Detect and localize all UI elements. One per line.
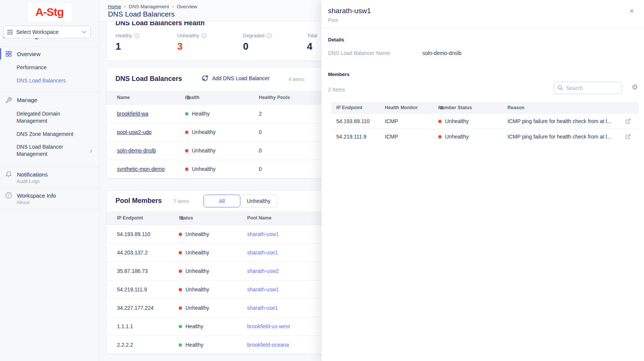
lb-name-link[interactable]: soln-demo-dnslb: [117, 148, 156, 154]
sort-icon[interactable]: ⇅: [187, 95, 190, 101]
pool-name-link[interactable]: brookfield-us-west: [247, 323, 290, 329]
status-dot: [185, 131, 188, 134]
filter-unhealthy-button[interactable]: Unhealthy: [240, 195, 277, 207]
sidebar-item-workspace-info[interactable]: Workspace Info: [0, 188, 99, 200]
status-dot: [179, 288, 182, 291]
health-label: Unhealthy: [192, 129, 216, 135]
stat-degraded-label: Degraded: [243, 33, 264, 38]
ip-endpoint: 1.1.1.1: [117, 323, 133, 329]
ip-endpoint: 54.193.89.110: [336, 118, 370, 124]
status-dot: [179, 270, 182, 273]
status-dot: [438, 120, 442, 123]
health-monitor: ICMP: [385, 118, 398, 124]
status-dot: [185, 149, 188, 152]
breadcrumb-section[interactable]: DNS Management: [129, 4, 169, 9]
status-label: Unhealthy: [445, 134, 469, 140]
sidebar-item-overview[interactable]: Overview: [0, 47, 99, 61]
status-filter: All Unhealthy: [204, 195, 277, 207]
health-cell: Unhealthy: [185, 148, 216, 154]
status-label: Unhealthy: [445, 118, 469, 124]
detail-label: DNS Load Balancer Name: [328, 50, 390, 56]
external-link-icon[interactable]: [625, 134, 631, 140]
reason-text: ICMP ping failure for health check from …: [507, 118, 611, 124]
breadcrumb-page[interactable]: Overview: [177, 4, 197, 9]
lb-name-link[interactable]: brookfield-wa: [117, 111, 148, 117]
page-title: DNS Load Balancers: [108, 10, 175, 18]
stat-healthy-label: Healthy: [115, 33, 132, 38]
sidebar-item-notifications[interactable]: Notifications: [0, 167, 99, 178]
external-link-icon[interactable]: [625, 119, 631, 124]
gear-icon[interactable]: ⚙: [632, 83, 638, 91]
healthy-pools-value: 0: [259, 129, 262, 135]
detail-value: soln-demo-dnslb: [422, 50, 462, 56]
lb-name-link[interactable]: pool-usw2-udp: [117, 129, 152, 135]
sidebar-item-lb-management[interactable]: DNS Load Balancer Management: [0, 140, 79, 161]
add-dns-load-balancer-button[interactable]: Add DNS Load Balancer: [202, 75, 270, 82]
status-dot: [179, 306, 182, 310]
members-search[interactable]: [554, 82, 622, 94]
info-icon[interactable]: i: [202, 33, 207, 38]
filter-all-button[interactable]: All: [204, 195, 240, 207]
sidebar-item-notifications-label: Notifications: [17, 171, 48, 178]
add-load-balancer-icon: [202, 75, 209, 82]
info-icon[interactable]: i: [267, 33, 272, 38]
app-logo-text: A-Stg: [35, 6, 64, 18]
lb-card-title: DNS Load Balancers: [115, 75, 182, 83]
details-heading: Details: [328, 37, 344, 43]
sidebar-item-manage[interactable]: Manage: [0, 93, 99, 107]
pool-name-link[interactable]: sharath-use1: [247, 250, 278, 256]
sidebar-item-audit-logs[interactable]: Audit Logs: [0, 178, 99, 188]
ip-endpoint: 54.193.89.110: [117, 231, 150, 237]
pool-name-link[interactable]: brookfield-oceana: [247, 342, 289, 348]
stat-unhealthy-label: Unhealthy: [177, 33, 199, 38]
drawer-header: sharath-usw1 Pool ✕: [322, 0, 644, 28]
pool-name-link[interactable]: sharath-usw1: [247, 286, 279, 292]
reason-text: ICMP ping failure for health check from …: [507, 134, 611, 140]
status-label: Unhealthy: [185, 305, 209, 311]
pool-name-link[interactable]: sharath-usw2: [247, 268, 279, 274]
pool-name-link[interactable]: sharath-use1: [247, 305, 278, 311]
sidebar-item-delegated-domain[interactable]: Delegated Domain Management: [0, 107, 79, 128]
healthy-pools-value: 2: [259, 111, 262, 117]
sidebar: A-Stg Select Workspace DNS Management: [0, 0, 99, 361]
stat-unhealthy: Unhealthyi 3: [177, 33, 207, 52]
sidebar-item-dns-load-balancers[interactable]: DNS Load Balancers: [0, 74, 99, 87]
members-table-header: IP Endpoint Health Monitor Member Status…: [331, 102, 639, 113]
sidebar-item-performance[interactable]: Performance: [0, 61, 99, 74]
status-dot: [179, 325, 182, 328]
status-cell: Unhealthy: [438, 118, 469, 124]
ip-endpoint: 34.227.177.224: [117, 305, 153, 311]
drawer-subtitle: Pool: [328, 17, 338, 23]
ip-endpoint: 35.87.186.73: [117, 268, 148, 274]
close-icon[interactable]: ✕: [629, 8, 634, 15]
chevron-down-icon: [82, 30, 87, 34]
grid-icon: [5, 50, 12, 57]
pool-members-title: Pool Members: [115, 197, 162, 205]
ip-endpoint: 44.203.137.2: [117, 250, 148, 256]
status-dot: [185, 168, 188, 171]
sort-icon[interactable]: ⇅: [180, 215, 184, 221]
pool-detail-drawer: sharath-usw1 Pool ✕ Details DNS Load Bal…: [322, 0, 644, 361]
search-input[interactable]: [566, 85, 615, 91]
info-icon[interactable]: i: [134, 33, 139, 38]
workspace-selector[interactable]: Select Workspace: [3, 26, 91, 38]
breadcrumb: Home › DNS Management › Overview: [108, 3, 197, 9]
sidebar-item-about[interactable]: About: [0, 200, 99, 209]
sort-icon[interactable]: ⇅: [440, 105, 444, 111]
pool-name-link[interactable]: sharath-usw1: [247, 231, 279, 237]
status-cell: Unhealthy: [179, 305, 209, 311]
stat-unhealthy-value: 3: [177, 41, 207, 52]
members-heading: Members: [328, 72, 349, 77]
breadcrumb-home-link[interactable]: Home: [108, 4, 121, 9]
stat-total-label: Total: [307, 33, 317, 38]
status-label: Unhealthy: [185, 231, 209, 237]
lb-name-link[interactable]: synthetic-mon-demo: [117, 166, 165, 172]
members-items-count: 2 items: [328, 87, 345, 93]
status-cell: Unhealthy: [179, 268, 209, 274]
ip-endpoint: 54.219.111.9: [117, 286, 147, 292]
health-label: Unhealthy: [192, 166, 216, 172]
status-cell: Unhealthy: [438, 134, 469, 140]
sidebar-item-dns-zone[interactable]: DNS Zone Management: [0, 128, 99, 141]
app-logo[interactable]: A-Stg: [28, 3, 71, 21]
health-cell: Unhealthy: [185, 166, 216, 172]
